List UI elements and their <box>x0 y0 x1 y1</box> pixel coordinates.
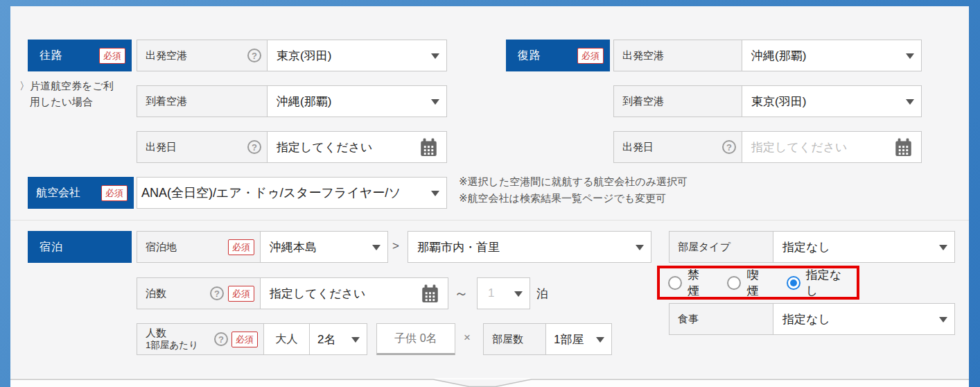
rooms-count-select[interactable]: 1部屋 <box>546 324 611 354</box>
radio-option-no-preference[interactable]: 指定なし <box>787 267 850 299</box>
location-separator: > <box>392 239 399 253</box>
selected-value: 東京(羽田) <box>751 94 806 110</box>
radio-option-no-smoking[interactable]: 禁煙 <box>668 267 708 299</box>
radio-label: 禁煙 <box>688 267 708 299</box>
selected-value: 沖縄(那覇) <box>277 94 331 110</box>
field-label: 出発空港 <box>622 49 664 62</box>
airline-note-line2: ※航空会社は検索結果一覧ページでも変更可 <box>459 190 791 207</box>
meal-select[interactable]: 指定なし <box>773 304 954 334</box>
field-label: 宿泊地 <box>146 241 177 254</box>
outbound-departure-date-label-cell: 出発日 ? <box>137 132 268 162</box>
airline-section-header: 航空会社 必須 <box>28 177 134 209</box>
radio-label: 指定なし <box>806 267 850 299</box>
dropdown-arrow-icon <box>514 291 523 297</box>
calendar-icon <box>894 138 913 157</box>
radio-icon <box>727 276 741 290</box>
nights-range-tilde: ～ <box>454 284 469 303</box>
outbound-departure-airport-select[interactable]: 東京(羽田) <box>268 40 446 71</box>
date-value: 指定してください <box>277 139 372 155</box>
bottom-expander-divider[interactable] <box>10 378 969 387</box>
inbound-arrival-airport-row: 到着空港 東京(羽田) <box>613 85 922 117</box>
selected-value: 東京(羽田) <box>277 48 331 64</box>
required-badge: 必須 <box>228 286 254 302</box>
required-badge: 必須 <box>231 332 258 347</box>
field-label: 出発日 <box>146 141 177 154</box>
airline-notes: ※選択した空港間に就航する航空会社のみ選択可 ※航空会社は検索結果一覧ページでも… <box>459 173 791 207</box>
hotel-location-row: 宿泊地 必須 沖縄本島 <box>137 231 388 263</box>
airline-select-row: ANA(全日空)/エア・ドゥ/スターフライヤー/ソ <box>137 177 447 209</box>
outbound-departure-date-field[interactable]: 指定してください <box>268 132 446 162</box>
field-label: 到着空港 <box>622 95 664 108</box>
field-label: 出発日 <box>622 141 654 154</box>
room-type-select[interactable]: 指定なし <box>773 232 954 262</box>
section-divider <box>10 220 969 221</box>
inbound-arrival-airport-label-cell: 到着空港 <box>614 86 742 117</box>
adult-count-select[interactable]: 2名 <box>310 324 367 354</box>
inbound-departure-airport-label-cell: 出発空港 <box>614 40 742 71</box>
dropdown-arrow-icon <box>906 99 914 105</box>
selected-value: 2名 <box>317 332 335 347</box>
room-type-row: 部屋タイプ 指定なし <box>669 231 955 263</box>
calendar-icon <box>419 138 438 157</box>
outbound-arrival-airport-row: 到着空港 沖縄(那覇) <box>137 85 447 117</box>
selected-value: 指定なし <box>782 311 830 327</box>
help-icon[interactable]: ? <box>214 332 228 346</box>
date-placeholder: 指定してください <box>751 139 847 155</box>
dropdown-arrow-icon <box>372 245 380 250</box>
airline-select[interactable]: ANA(全日空)/エア・ドゥ/スターフライヤー/ソ <box>137 178 446 208</box>
inbound-departure-date-field[interactable]: 指定してください <box>742 132 921 162</box>
smoking-highlight-box: 禁煙 喫煙 指定なし <box>657 266 859 300</box>
hotel-nights-max-row: 1 <box>477 277 530 309</box>
hotel-subarea-select[interactable]: 那覇市内・首里 <box>408 232 651 262</box>
help-icon[interactable]: ? <box>722 140 736 154</box>
dropdown-arrow-icon <box>939 317 947 322</box>
radio-icon <box>787 276 800 290</box>
hotel-nights-row: 泊数 ? 必須 指定してください <box>137 277 448 309</box>
hotel-nights-date-field[interactable]: 指定してください <box>261 278 448 309</box>
help-icon[interactable]: ? <box>247 49 261 62</box>
outbound-arrival-airport-select[interactable]: 沖縄(那覇) <box>268 86 446 117</box>
radio-icon <box>668 276 682 290</box>
inbound-departure-airport-select[interactable]: 沖縄(那覇) <box>742 40 921 71</box>
radio-option-smoking[interactable]: 喫煙 <box>727 267 767 299</box>
child-button-label: 子供 0名 <box>394 332 437 346</box>
inbound-arrival-airport-select[interactable]: 東京(羽田) <box>742 86 921 117</box>
inbound-section-header: 復路 必須 <box>506 40 610 71</box>
required-badge: 必須 <box>228 239 254 255</box>
airline-required-badge: 必須 <box>101 185 128 201</box>
oneway-ticket-link[interactable]: 〉片道航空券をご利用したい場合 <box>19 78 123 110</box>
hotel-nights-max-select[interactable]: 1 <box>478 278 530 309</box>
inbound-required-badge: 必須 <box>577 48 604 64</box>
room-type-label-cell: 部屋タイプ <box>670 232 773 262</box>
calendar-icon <box>421 284 439 303</box>
outbound-departure-airport-row: 出発空港 ? 東京(羽田) <box>137 40 447 71</box>
hotel-title: 宿泊 <box>40 240 63 255</box>
outbound-title: 往路 <box>40 49 63 63</box>
dropdown-arrow-icon <box>431 191 439 196</box>
flight-hotel-search-form: { "colors": { "primary_blue": "#0a57a3",… <box>0 0 980 387</box>
airline-note-line1: ※選択した空港間に就航する航空会社のみ選択可 <box>459 173 791 190</box>
hotel-area-select[interactable]: 沖縄本島 <box>261 232 387 262</box>
dropdown-arrow-icon <box>596 337 604 343</box>
help-icon[interactable]: ? <box>247 140 261 154</box>
inbound-title: 復路 <box>518 49 541 63</box>
selected-value: 1 <box>488 286 494 300</box>
selected-value: 沖縄本島 <box>270 239 317 255</box>
selected-value: 指定なし <box>782 239 830 255</box>
child-count-button[interactable]: 子供 0名 <box>376 323 455 355</box>
radio-label: 喫煙 <box>746 267 767 299</box>
adult-label: 大人 <box>276 332 298 347</box>
field-label: 到着空港 <box>146 95 187 108</box>
meal-row: 食事 指定なし <box>669 303 955 335</box>
adult-label-cell: 大人 <box>264 324 310 354</box>
field-label: 食事 <box>678 313 699 326</box>
hotel-guests-label-cell: 人数 1部屋あたり ? 必須 <box>137 324 264 354</box>
guests-label-line2: 1部屋あたり <box>146 340 198 352</box>
selected-value: ANA(全日空)/エア・ドゥ/スターフライヤー/ソ <box>141 184 401 201</box>
hotel-location-label-cell: 宿泊地 必須 <box>137 232 261 262</box>
field-label: 出発空港 <box>146 49 187 62</box>
dropdown-arrow-icon <box>351 337 360 343</box>
help-icon[interactable]: ? <box>210 286 224 300</box>
field-label: 人数 1部屋あたり <box>146 327 198 352</box>
field-label: 部屋数 <box>492 333 523 346</box>
